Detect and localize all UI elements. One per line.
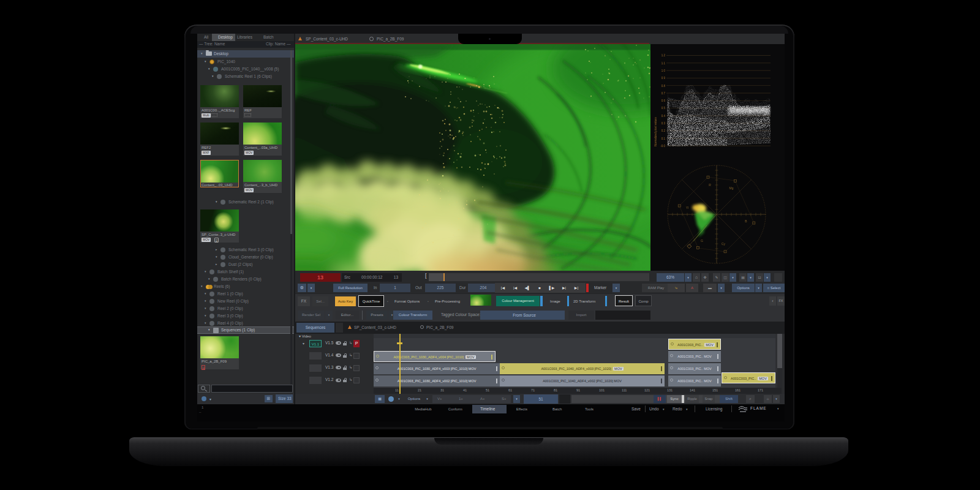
svg-text:B: B	[745, 219, 747, 223]
svg-text:1.2: 1.2	[662, 54, 666, 57]
svg-text:Mg: Mg	[729, 186, 734, 190]
svg-text:Normalized pixel values: Normalized pixel values	[654, 116, 657, 146]
svg-text:0.3: 0.3	[662, 122, 666, 125]
svg-text:-0.0: -0.0	[660, 145, 665, 148]
svg-text:1.0: 1.0	[662, 69, 666, 72]
svg-text:0.2: 0.2	[662, 129, 666, 132]
svg-text:Cy: Cy	[722, 242, 726, 246]
svg-text:0.6: 0.6	[662, 99, 666, 102]
svg-text:0.4: 0.4	[662, 115, 666, 118]
svg-text:1.1: 1.1	[662, 62, 666, 65]
svg-text:Yl: Yl	[686, 206, 688, 209]
svg-text:0.9: 0.9	[662, 77, 666, 80]
svg-text:G: G	[701, 239, 703, 243]
svg-text:0.7: 0.7	[662, 92, 666, 95]
svg-text:0.1: 0.1	[662, 137, 666, 140]
svg-text:R: R	[709, 183, 711, 187]
svg-text:0.8: 0.8	[662, 85, 666, 88]
svg-text:0.5: 0.5	[662, 107, 666, 110]
